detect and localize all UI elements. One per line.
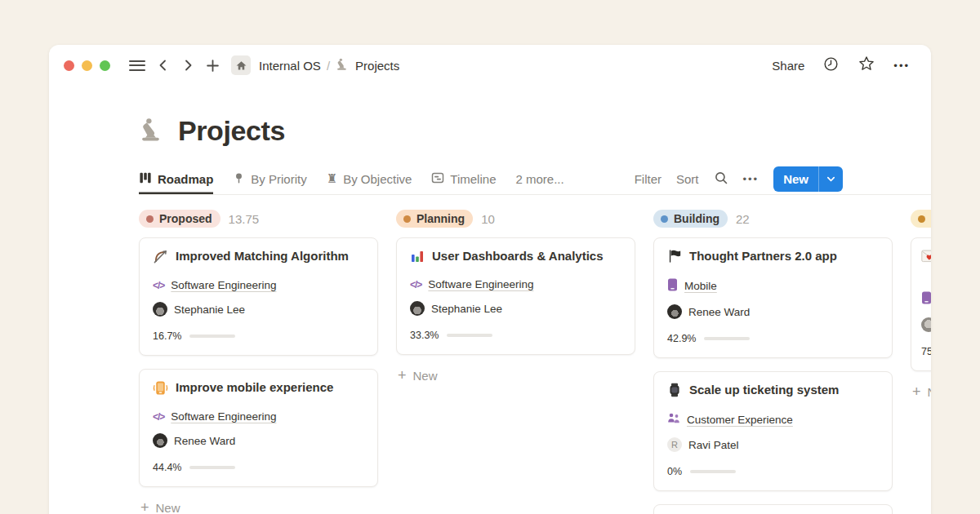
tab-by-priority[interactable]: By Priority (233, 164, 306, 194)
mobile-purple-icon (921, 291, 931, 307)
tag-label[interactable]: Customer Experience (687, 414, 793, 426)
breadcrumb: Internal OS / Projects (259, 57, 399, 73)
card-person[interactable]: Renee Ward (153, 433, 364, 448)
add-card-button[interactable]: + New (396, 368, 635, 383)
updates-clock-icon[interactable] (822, 55, 840, 76)
column-planning: Planning 10 User Dashboards & Analytics (396, 208, 635, 383)
forward-icon[interactable] (181, 59, 194, 72)
kanban-board: Proposed 13.75 Improved Matching Algorit… (49, 195, 931, 514)
avatar (153, 302, 167, 317)
new-page-plus-icon[interactable] (206, 59, 220, 73)
column-header[interactable]: Planning 10 (396, 208, 635, 229)
column-count: 22 (736, 212, 750, 226)
column-count: 10 (481, 212, 495, 226)
tag-label[interactable]: Software Engineering (171, 410, 276, 423)
card-optimize-internal-systems[interactable]: Optimize internal systems for (653, 504, 893, 514)
bar-chart-icon (410, 249, 425, 268)
page-microscope-icon[interactable] (139, 116, 166, 146)
share-button[interactable]: Share (772, 59, 804, 73)
sort-button[interactable]: Sort (676, 172, 699, 186)
timeline-icon (431, 171, 444, 187)
new-button[interactable]: New (773, 166, 843, 192)
avatar (410, 301, 425, 316)
card-team-tag[interactable]: </> Software Engineering (410, 278, 621, 290)
card-title-text: Improve mobile experience (176, 379, 333, 396)
home-icon[interactable] (231, 55, 251, 75)
breadcrumb-current[interactable]: Projects (355, 59, 399, 73)
progress-bar (690, 470, 736, 474)
person-name: Stephanie Lee (431, 303, 502, 315)
add-card-label: New (928, 385, 931, 399)
new-button-label[interactable]: New (773, 172, 818, 186)
avatar (667, 304, 682, 319)
card-thought-partners-app[interactable]: Thought Partners 2.0 app Mobile Renee Wa… (653, 237, 893, 358)
favorite-star-icon[interactable] (858, 55, 875, 76)
plus-icon: + (140, 500, 149, 514)
card-user-dashboards-analytics[interactable]: User Dashboards & Analytics </> Software… (396, 237, 635, 355)
back-icon[interactable] (157, 59, 170, 72)
close-window-button[interactable] (64, 60, 74, 71)
add-card-button[interactable]: + New (911, 384, 931, 399)
card-person[interactable]: R Ravi Patel (667, 437, 879, 452)
progress-bar (189, 335, 235, 339)
card-team-tag[interactable]: Mobile (667, 278, 879, 294)
more-options-icon[interactable]: ••• (893, 60, 910, 72)
search-icon[interactable] (714, 171, 728, 188)
tag-label[interactable]: Software Engineering (428, 278, 533, 290)
filter-button[interactable]: Filter (635, 172, 662, 186)
card-person[interactable]: Stephanie Lee (410, 301, 621, 316)
progress-label: 42.9% (667, 333, 696, 344)
card-team-tag[interactable]: </> Software Engineering (153, 410, 364, 423)
card-person[interactable] (921, 317, 931, 332)
breadcrumb-root[interactable]: Internal OS (259, 59, 321, 73)
card-progress: 0% (667, 464, 879, 479)
avatar (153, 433, 167, 448)
card-improved-matching-algorithm[interactable]: Improved Matching Algorithm </> Software… (139, 237, 378, 356)
status-dot (403, 215, 411, 223)
status-dot (918, 215, 925, 223)
person-name: Renee Ward (688, 306, 750, 318)
card-clipped[interactable]: 75% (911, 237, 931, 371)
avatar-initial: R (667, 437, 682, 452)
tab-more-views[interactable]: 2 more... (515, 164, 564, 194)
bow-and-arrow-icon (153, 249, 168, 268)
card-team-tag[interactable]: </> Software Engineering (153, 279, 364, 291)
card-person[interactable]: Renee Ward (667, 304, 879, 319)
column-header[interactable]: T (911, 208, 931, 229)
tag-label[interactable]: Mobile (684, 280, 717, 292)
progress-label: 75% (921, 346, 931, 357)
tag-label[interactable]: Software Engineering (171, 279, 276, 291)
card-scale-up-ticketing-system[interactable]: Scale up ticketing system Customer Exper… (653, 371, 893, 491)
sidebar-toggle-icon[interactable] (129, 60, 145, 71)
card-team-tag[interactable]: Customer Experience (667, 412, 879, 427)
column-count: 13.75 (229, 212, 260, 226)
card-improve-mobile-experience[interactable]: Improve mobile experience </> Software E… (139, 369, 378, 487)
page-header: Projects (49, 113, 931, 148)
card-person[interactable]: Stephanie Lee (153, 302, 364, 317)
board-toolbar: Filter Sort ••• New (635, 166, 843, 192)
chevron-down-icon[interactable] (819, 175, 843, 184)
microscope-icon (336, 57, 350, 73)
mobile-phone-orange-icon (153, 380, 168, 400)
zoom-window-button[interactable] (100, 60, 110, 71)
add-card-label: New (413, 369, 438, 383)
minimize-window-button[interactable] (82, 60, 92, 71)
card-team-tag[interactable] (921, 291, 931, 307)
column-header[interactable]: Proposed 13.75 (139, 208, 378, 229)
avatar (921, 317, 931, 332)
mobile-purple-icon (667, 278, 678, 294)
add-card-button[interactable]: + New (139, 500, 378, 514)
plus-icon: + (912, 384, 921, 399)
tab-by-objective[interactable]: ♜ By Objective (327, 164, 412, 194)
tab-timeline[interactable]: Timeline (431, 164, 496, 194)
card-title-text: Thought Partners 2.0 app (689, 248, 837, 264)
status-label: Planning (416, 212, 465, 225)
progress-bar (704, 337, 750, 341)
titlebar: Internal OS / Projects Share (49, 45, 931, 86)
view-options-icon[interactable]: ••• (743, 173, 760, 185)
column-header[interactable]: Building 22 (653, 208, 893, 229)
progress-label: 16.7% (153, 330, 181, 342)
page-title: Projects (178, 115, 285, 147)
progress-bar (189, 466, 235, 470)
tab-roadmap[interactable]: Roadmap (139, 164, 213, 194)
